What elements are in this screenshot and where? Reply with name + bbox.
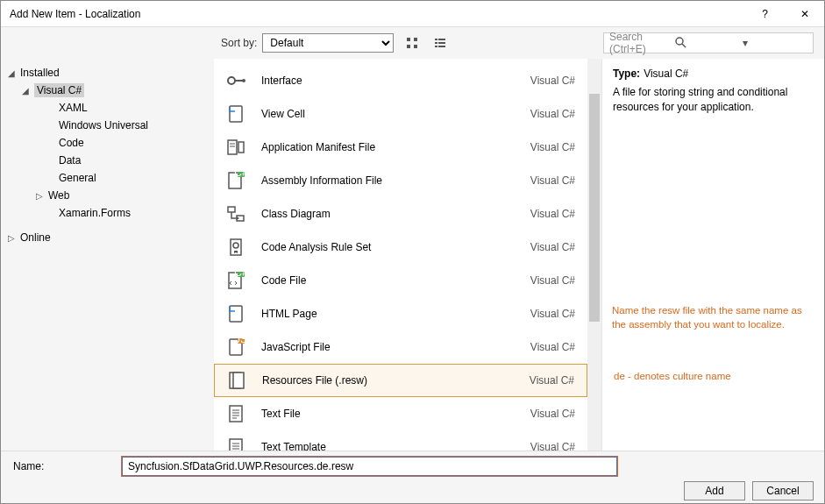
title-bar: Add New Item - Localization ? ✕ [1, 1, 824, 27]
svg-rect-2 [407, 45, 410, 48]
svg-rect-8 [435, 46, 437, 47]
cancel-button[interactable]: Cancel [752, 481, 814, 500]
search-input[interactable]: Search (Ctrl+E) ▾ [603, 32, 814, 53]
icons-view-button[interactable] [402, 33, 422, 53]
svg-line-11 [682, 44, 686, 47]
page-icon [223, 101, 249, 127]
template-name: Interface [261, 75, 518, 87]
info-panel: Type:Visual C# A file for storing string… [601, 59, 824, 451]
name-input[interactable] [122, 457, 617, 476]
svg-rect-37 [230, 406, 242, 422]
name-label: Name: [11, 460, 115, 472]
svg-point-12 [228, 77, 235, 84]
template-name: Text File [261, 408, 518, 420]
template-language: Visual C# [530, 108, 575, 120]
svg-rect-26 [231, 239, 241, 255]
type-description: A file for storing string and conditiona… [613, 85, 814, 115]
asm-icon: C# [223, 167, 249, 194]
tree-online[interactable]: ▷Online [4, 229, 210, 246]
template-name: View Cell [261, 108, 518, 120]
list-view-button[interactable] [430, 33, 450, 53]
template-language: Visual C# [530, 274, 575, 287]
tree-code[interactable]: ▷Code [4, 134, 210, 152]
search-icon [674, 36, 739, 51]
template-item[interactable]: Text TemplateVisual C# [214, 430, 587, 451]
template-item[interactable]: Application Manifest FileVisual C# [214, 131, 587, 164]
template-language: Visual C# [530, 441, 575, 451]
template-name: Text Template [261, 441, 518, 451]
help-button[interactable]: ? [745, 1, 785, 27]
template-item[interactable]: View CellVisual C# [214, 97, 587, 131]
tree-windows-universal[interactable]: ▷Windows Universal [4, 117, 210, 134]
template-item[interactable]: Code Analysis Rule SetVisual C# [214, 231, 587, 264]
search-placeholder: Search (Ctrl+E) [609, 31, 674, 55]
type-label: Type: [613, 67, 640, 80]
svg-marker-25 [237, 217, 239, 220]
resw-icon [224, 367, 250, 394]
js-icon: JS [223, 334, 249, 360]
svg-rect-31 [230, 306, 242, 322]
template-language: Visual C# [530, 341, 575, 353]
template-item[interactable]: Text FileVisual C# [214, 397, 587, 430]
callout-naming-hint: Name the resw file with the same name as… [612, 304, 814, 331]
svg-text:JS: JS [235, 336, 247, 345]
svg-rect-0 [407, 38, 410, 41]
tree-xaml[interactable]: ▷XAML [4, 99, 210, 117]
template-name: Class Diagram [261, 208, 518, 220]
svg-rect-23 [228, 207, 235, 212]
template-item[interactable]: C#Code FileVisual C# [214, 264, 587, 297]
template-name: JavaScript File [261, 341, 518, 353]
codefile-icon: C# [223, 267, 249, 294]
template-name: Application Manifest File [261, 141, 518, 153]
svg-rect-9 [438, 46, 445, 47]
template-item[interactable]: InterfaceVisual C# [214, 64, 587, 97]
svg-point-10 [676, 38, 683, 45]
svg-rect-15 [230, 106, 242, 122]
svg-text:C#: C# [234, 269, 247, 279]
text-icon [223, 401, 249, 427]
template-language: Visual C# [530, 174, 575, 187]
svg-rect-16 [228, 140, 237, 154]
template-item[interactable]: Resources File (.resw)Visual C# [214, 364, 587, 397]
svg-rect-17 [238, 142, 244, 153]
tree-visual-csharp[interactable]: ◢Visual C# [4, 82, 210, 99]
template-language: Visual C# [530, 308, 575, 320]
sort-label: Sort by: [221, 37, 257, 49]
template-name: Code File [261, 274, 518, 287]
callout-culture-hint: de - denotes culture name [614, 370, 772, 384]
tree-data[interactable]: ▷Data [4, 152, 210, 169]
type-value: Visual C# [644, 67, 688, 80]
template-language: Visual C# [530, 408, 575, 420]
template-language: Visual C# [530, 75, 575, 87]
tree-installed[interactable]: ◢Installed [4, 64, 210, 82]
add-button[interactable]: Add [684, 481, 745, 500]
chevron-down-icon: ▾ [743, 37, 807, 49]
manifest-icon [223, 134, 249, 160]
diagram-icon [223, 201, 249, 227]
svg-rect-6 [435, 42, 437, 44]
ruleset-icon [223, 234, 249, 260]
tree-web[interactable]: ▷Web [4, 187, 210, 204]
tree-xamarin-forms[interactable]: ▷Xamarin.Forms [4, 204, 210, 222]
template-name: Assembly Information File [261, 174, 518, 187]
svg-point-27 [233, 243, 238, 248]
template-name: HTML Page [261, 308, 518, 320]
template-item[interactable]: HTML PageVisual C# [214, 297, 587, 330]
close-button[interactable]: ✕ [785, 1, 824, 27]
svg-rect-36 [233, 373, 244, 388]
footer: Name: Add Cancel [1, 451, 824, 503]
svg-point-14 [242, 79, 245, 82]
list-scrollbar[interactable] [587, 59, 601, 451]
window-title: Add New Item - Localization [10, 8, 745, 20]
template-name: Resources File (.resw) [262, 374, 517, 387]
template-item[interactable]: C#Assembly Information FileVisual C# [214, 164, 587, 197]
tree-general[interactable]: ▷General [4, 169, 210, 187]
template-item[interactable]: JSJavaScript FileVisual C# [214, 330, 587, 364]
template-item[interactable]: Class DiagramVisual C# [214, 197, 587, 231]
sort-dropdown[interactable]: Default [262, 33, 394, 53]
template-language: Visual C# [530, 374, 574, 387]
svg-text:C#: C# [234, 169, 247, 179]
svg-rect-1 [414, 38, 417, 41]
svg-rect-3 [414, 45, 417, 48]
text-icon [223, 434, 249, 451]
